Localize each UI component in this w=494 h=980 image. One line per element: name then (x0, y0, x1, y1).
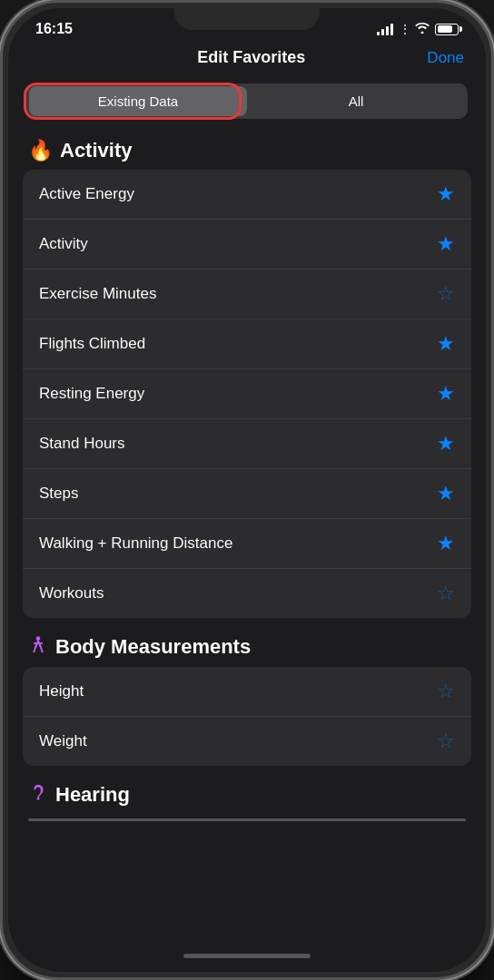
phone-frame: 16:15 ⋮ (0, 0, 494, 980)
battery-icon (435, 24, 459, 35)
list-item[interactable]: Height ☆ (23, 667, 471, 717)
list-item[interactable]: Workouts ☆ (23, 569, 471, 618)
home-bar (183, 954, 311, 958)
list-item[interactable]: Walking + Running Distance ★ (23, 519, 471, 569)
list-item[interactable]: Stand Hours ★ (23, 419, 471, 469)
wifi-icon: ⋮ (399, 22, 430, 36)
item-label-exercise-minutes: Exercise Minutes (39, 285, 156, 303)
screen-content: Edit Favorites Done Existing Data All (8, 41, 486, 972)
list-item[interactable]: Flights Climbed ★ (23, 319, 471, 369)
star-height[interactable]: ☆ (437, 680, 455, 703)
segment-container: Existing Data All (8, 78, 486, 130)
activity-section-header: 🔥 Activity (23, 130, 471, 170)
list-item[interactable]: Activity ★ (23, 220, 471, 270)
item-label-stand-hours: Stand Hours (39, 435, 125, 453)
list-item[interactable]: Resting Energy ★ (23, 369, 471, 419)
body-list-group: Height ☆ Weight ☆ (23, 667, 471, 766)
svg-line-4 (41, 647, 43, 652)
body-section-header: Body Measurements (23, 625, 471, 667)
hearing-section-header: Hearing (23, 773, 471, 815)
header: Edit Favorites Done (8, 41, 486, 78)
activity-section-title: Activity (60, 139, 132, 162)
notch (174, 3, 320, 30)
segment-existing-data[interactable]: Existing Data (29, 86, 247, 116)
status-icons: ⋮ (377, 22, 459, 36)
hearing-section-title: Hearing (55, 783, 130, 807)
activity-icon: 🔥 (28, 139, 53, 162)
item-label-workouts: Workouts (39, 584, 104, 603)
svg-point-0 (36, 636, 41, 641)
list-item[interactable]: Weight ☆ (23, 717, 471, 766)
body-icon (28, 634, 48, 660)
segment-all[interactable]: All (247, 86, 465, 116)
star-workouts[interactable]: ☆ (437, 582, 455, 605)
item-label-walking-running: Walking + Running Distance (39, 534, 232, 553)
star-flights-climbed[interactable]: ★ (437, 332, 455, 356)
item-label-activity: Activity (39, 235, 88, 253)
phone-screen: 16:15 ⋮ (8, 8, 486, 972)
status-time: 16:15 (35, 21, 73, 37)
done-button[interactable]: Done (427, 49, 464, 67)
list-scroll[interactable]: 🔥 Activity Active Energy ★ Activity ★ Ex… (8, 130, 486, 939)
item-label-active-energy: Active Energy (39, 185, 134, 203)
list-item[interactable]: Steps ★ (23, 469, 471, 519)
item-label-resting-energy: Resting Energy (39, 385, 144, 403)
star-activity[interactable]: ★ (437, 232, 455, 256)
star-resting-energy[interactable]: ★ (437, 382, 455, 406)
activity-list-group: Active Energy ★ Activity ★ Exercise Minu… (23, 170, 471, 618)
body-section-title: Body Measurements (55, 635, 251, 659)
svg-point-6 (37, 798, 40, 800)
list-item[interactable]: Exercise Minutes ☆ (23, 270, 471, 319)
star-weight[interactable]: ☆ (437, 730, 455, 753)
svg-line-3 (34, 647, 35, 652)
list-item[interactable]: Active Energy ★ (23, 170, 471, 220)
item-label-weight: Weight (39, 732, 87, 750)
page-title: Edit Favorites (75, 48, 427, 67)
hearing-icon (28, 782, 48, 808)
home-area (8, 939, 486, 972)
signal-icon (377, 23, 393, 35)
star-exercise-minutes[interactable]: ☆ (437, 282, 455, 306)
item-label-flights-climbed: Flights Climbed (39, 335, 145, 353)
hearing-divider (28, 818, 466, 821)
star-stand-hours[interactable]: ★ (437, 432, 455, 456)
star-walking-running[interactable]: ★ (437, 532, 455, 555)
item-label-steps: Steps (39, 485, 78, 503)
star-active-energy[interactable]: ★ (437, 182, 455, 206)
segment-control: Existing Data All (26, 83, 468, 119)
item-label-height: Height (39, 682, 84, 701)
star-steps[interactable]: ★ (437, 482, 455, 505)
